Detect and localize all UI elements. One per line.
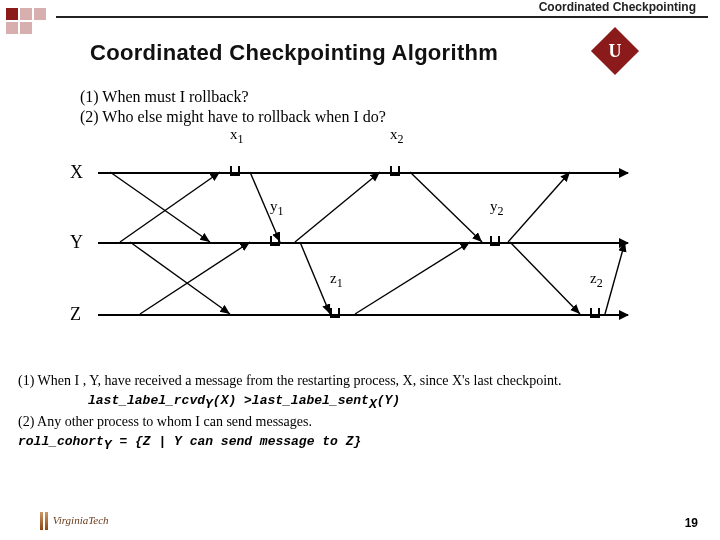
message-arrows	[70, 136, 640, 356]
footer-text: (1) When I , Y, have received a message …	[18, 372, 702, 454]
question-2: (2) Who else might have to rollback when…	[80, 108, 386, 126]
corner-squares-row2	[6, 20, 34, 38]
svg-line-6	[130, 242, 230, 314]
header-small-title: Coordinated Checkpointing	[539, 0, 696, 14]
header-rule	[56, 16, 708, 18]
page-number: 19	[685, 516, 698, 530]
timeline-diagram: x1 x2 X y1 y2 Y z1 z2 Z	[70, 136, 640, 356]
footer-code2: roll_cohortY = {Z | Y can send message t…	[18, 432, 702, 454]
svg-line-9	[355, 242, 470, 314]
svg-line-8	[300, 242, 330, 314]
svg-line-2	[250, 172, 280, 242]
question-1: (1) When must I rollback?	[80, 88, 249, 106]
footer-line2: (2) Any other process to whom I can send…	[18, 413, 702, 432]
svg-line-10	[510, 242, 580, 314]
virginia-tech-logo: VirginiaTech	[40, 512, 109, 530]
u-badge: U	[591, 27, 639, 75]
svg-line-11	[605, 242, 625, 314]
u-badge-letter: U	[598, 34, 632, 68]
svg-line-0	[110, 172, 210, 242]
svg-line-4	[410, 172, 482, 242]
slide-title: Coordinated Checkpointing Algorithm	[90, 40, 498, 66]
svg-line-1	[120, 172, 220, 242]
svg-line-3	[295, 172, 380, 242]
svg-line-7	[140, 242, 250, 314]
footer-code1: last_label_rcvdY(X) >last_label_sentX(Y)	[18, 391, 702, 413]
footer-line1: (1) When I , Y, have received a message …	[18, 372, 702, 391]
svg-line-5	[508, 172, 570, 242]
